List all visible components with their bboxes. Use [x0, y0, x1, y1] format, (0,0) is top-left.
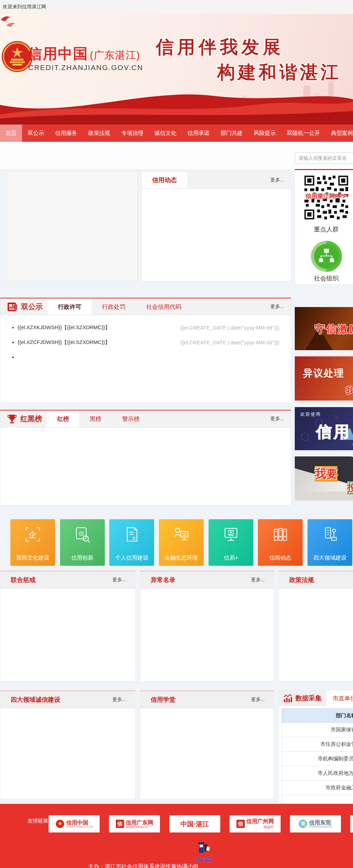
welcome-text: 欢迎来到信用湛江网	[3, 4, 46, 10]
redblack-more-link[interactable]: 更多...	[263, 411, 291, 427]
credit-guangzhou-mark: 信	[236, 820, 245, 828]
credit-guangdong-mark: 信	[116, 820, 124, 828]
tab-municipal-units[interactable]: 市直单位	[326, 690, 353, 706]
svg-text:信: 信	[79, 531, 84, 536]
main-nav: 首页 双公示 信用服务 政策法规 专项治理 诚信文化 信用承诺 部门共建 风险提…	[0, 125, 353, 142]
banner-objection-handling[interactable]: 异议处理 我要	[295, 356, 353, 401]
tab-black-list[interactable]: 黑榜	[79, 411, 112, 427]
chart-icon	[283, 693, 293, 703]
credit-school-more-link[interactable]: 更多...	[242, 697, 274, 703]
credit-news-header: 信用动态 更多...	[142, 172, 291, 189]
carousel-placeholder[interactable]	[7, 171, 138, 281]
tile-xinyi-plus[interactable]: 信易+	[209, 519, 253, 566]
joint-punishment-more-link[interactable]: 更多...	[103, 577, 135, 583]
finance-monitor-icon	[172, 525, 190, 543]
abnormal-list-header: 异常名录 更多...	[140, 571, 274, 589]
shuanggongshi-box: 双公示 行政许可 行政处罚 社会信用代码 更多... {{el.XZXKJDWS…	[0, 298, 291, 403]
nav-item-policy[interactable]: 政策法规	[83, 125, 116, 142]
credit-dongguan-mark: 莞	[299, 820, 307, 828]
tab-warning-list[interactable]: 警示榜	[112, 411, 150, 427]
xinyi-monitor-icon	[222, 525, 240, 543]
banner-credit-platform[interactable]: 欢迎使用 信用	[295, 407, 353, 450]
footer-logo-credit-china[interactable]: 信用中国CREDITCHINA.GOV.CN	[49, 815, 100, 832]
banner-honest-incentive[interactable]: 守信激励	[295, 307, 353, 350]
table-row[interactable]: 市机构编制委员会办公室	[282, 752, 353, 766]
tile-credit-innovation[interactable]: 信 信用创新	[60, 519, 105, 566]
social-organization-label[interactable]: 社会组织	[303, 274, 350, 283]
item-text: {{el.XZCFJDWSH}}【{{el.SZXDRMC}}】	[18, 339, 110, 346]
organizer-text: 主办：湛江市社会信用体系建设统筹协调小组	[88, 863, 199, 868]
redblack-box: 红黑榜 红榜 黑榜 警示榜 更多...	[0, 410, 291, 505]
nav-item-integrity-culture[interactable]: 诚信文化	[149, 125, 182, 142]
tile-financial-ecosystem[interactable]: 金融生态环境	[159, 519, 204, 566]
table-row[interactable]: 市政府金融工作局	[282, 781, 353, 795]
top-bar: 欢迎来到信用湛江网	[0, 0, 353, 14]
nav-item-typical-cases[interactable]: 典型案例	[325, 125, 353, 142]
credit-news-more-link[interactable]: 更多...	[263, 172, 291, 188]
tab-credit-news[interactable]: 信用动态	[142, 172, 187, 188]
tile-personal-credit[interactable]: 信 个人信用建设	[109, 519, 154, 566]
joint-punishment-box: 联合惩戒 更多...	[0, 570, 135, 681]
table-header-dept: 部门名称	[282, 709, 353, 723]
data-collection-title-wrap: 数据采集	[279, 690, 326, 706]
department-table: 部门名称 市国家保密局 市住房公积金管理中心 市机构编制委员会办公室 市人民政府…	[282, 708, 353, 804]
list-item[interactable]: {{el.XZXKJDWSH}}【{{el.SZXDRMC}}】 {{el.CR…	[12, 320, 279, 335]
footer-logo-credit-dongguan[interactable]: 莞 信用东莞CREDIT.DG.GOV.CN	[290, 815, 341, 832]
tab-admin-penalty[interactable]: 行政处罚	[92, 298, 136, 315]
qr-code[interactable]: 信用湛江网APP	[303, 174, 350, 221]
page: 欢迎来到信用湛江网 信用中国 (广东湛江) CREDIT.ZHANJIANG.G…	[0, 0, 353, 868]
redblack-title: 红黑榜	[0, 411, 47, 427]
credit-news-box: 信用动态 更多...	[141, 171, 291, 281]
site-url: CREDIT.ZHANJIANG.GOV.CN	[28, 63, 143, 72]
credit-school-title: 信用学堂	[140, 696, 175, 704]
credit-school-box: 信用学堂 更多...	[140, 690, 274, 799]
search-input[interactable]	[295, 152, 353, 164]
svg-text:信: 信	[132, 536, 136, 540]
nav-item-dept-cobuild[interactable]: 部门共建	[215, 125, 248, 142]
nav-item-shuanggongshi[interactable]: 双公示	[22, 125, 50, 142]
banner-objection-sub: 我要	[346, 385, 353, 396]
table-row[interactable]: 市国家保密局	[282, 723, 353, 737]
tile-credit-news-tile[interactable]: 信闻动态	[258, 519, 303, 566]
trophy-icon	[7, 413, 18, 424]
table-row[interactable]	[282, 795, 353, 804]
four-domains-more-link[interactable]: 更多...	[103, 697, 135, 703]
social-organization-icon[interactable]	[311, 240, 342, 272]
banner-complaint[interactable]: 我要 投	[295, 456, 353, 501]
nav-item-risk-alert[interactable]: 风险提示	[248, 125, 281, 142]
tile-four-domains[interactable]: 四大领域建设	[307, 519, 352, 566]
online-police-report[interactable]: 网上报警	[190, 842, 216, 862]
abnormal-list-more-link[interactable]: 更多...	[242, 577, 274, 583]
site-region: (广东湛江)	[90, 49, 140, 61]
nav-item-double-random[interactable]: 双随机一公开	[281, 125, 325, 142]
credit-search-icon: 信	[73, 525, 91, 543]
abnormal-list-title: 异常名录	[140, 576, 175, 584]
nav-item-credit-service[interactable]: 信用服务	[50, 125, 83, 142]
footer-logo-china-zhanjiang[interactable]: 中国·湛江	[169, 815, 220, 832]
four-domains-header: 四大领域诚信建设 更多...	[0, 690, 135, 708]
four-domains-title: 四大领域诚信建设	[0, 696, 60, 704]
news-icon	[7, 301, 18, 313]
quick-entry-tiles: 企 营商文化建设 信 信用创新 信 个人信用建设	[10, 519, 352, 566]
table-row[interactable]: 市住房公积金管理中心	[282, 737, 353, 752]
footer-logo-credit-guangzhou[interactable]: 信 信用广州网试运行	[230, 815, 281, 832]
tile-business-culture[interactable]: 企 营商文化建设	[10, 519, 55, 566]
key-people-label[interactable]: 重点人群	[303, 225, 350, 234]
nav-item-special-governance[interactable]: 专项治理	[116, 125, 149, 142]
joint-punishment-header: 联合惩戒 更多...	[0, 571, 135, 589]
nav-item-home[interactable]: 首页	[0, 125, 22, 142]
slogan-line-1: 信用伴我发展	[156, 35, 284, 59]
banner-complaint-line2: 投	[347, 481, 353, 494]
police-report-label: 网上报警	[190, 856, 216, 862]
tab-admin-permit[interactable]: 行政许可	[48, 298, 92, 315]
table-row[interactable]: 市人民政府地方志办公室	[282, 766, 353, 781]
site-name: 信用中国	[28, 46, 88, 62]
list-item[interactable]: {{el.XZCFJDWSH}}【{{el.SZXDRMC}}】 {{el.CR…	[12, 335, 279, 350]
shuanggongshi-more-link[interactable]: 更多...	[263, 298, 291, 315]
tab-social-credit-code[interactable]: 社会信用代码	[136, 298, 192, 315]
nav-item-credit-promise[interactable]: 信用承诺	[182, 125, 215, 142]
footer-logo-credit-guangdong[interactable]: 信 信用广东网www.gdcredit.gov.cn	[109, 815, 160, 832]
footer-logo-partial[interactable]: 信	[350, 815, 353, 832]
tab-red-list[interactable]: 红榜	[47, 411, 79, 427]
list-item[interactable]	[12, 350, 279, 365]
